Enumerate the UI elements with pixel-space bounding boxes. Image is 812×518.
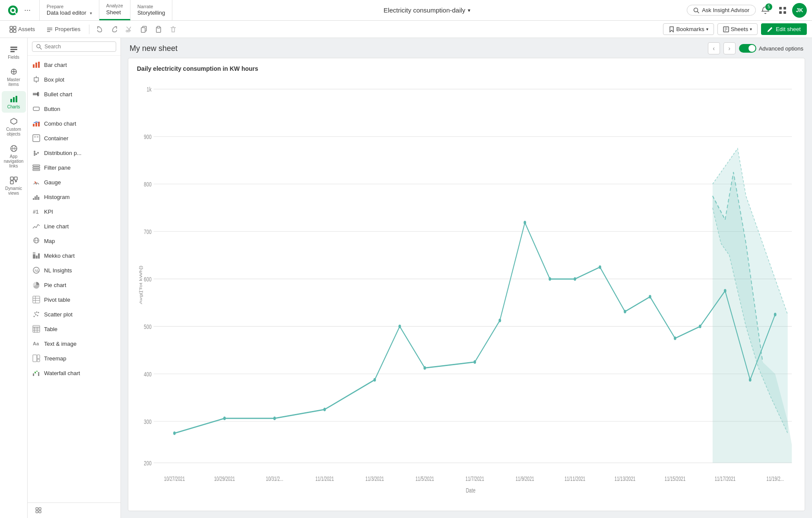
sheets-button[interactable]: Sheets ▾ bbox=[717, 23, 758, 35]
svg-text:NL: NL bbox=[35, 268, 40, 273]
svg-rect-81 bbox=[36, 256, 38, 259]
chart-item-container[interactable]: Container ⠿ bbox=[28, 131, 121, 145]
chart-item-bullet-chart[interactable]: Bullet chart ⠿ bbox=[28, 87, 121, 101]
sidebar-item-charts[interactable]: Charts bbox=[2, 91, 26, 113]
mekko-chart-label: Mekko chart bbox=[44, 253, 109, 259]
table-label: Table bbox=[44, 326, 109, 332]
bookmarks-label: Bookmarks bbox=[676, 26, 704, 32]
chart-item-filter-pane[interactable]: Filter pane ⠿ bbox=[28, 160, 121, 175]
top-navigation: ··· Prepare Data load editor ▾ Analyze S… bbox=[0, 0, 812, 21]
svg-point-157 bbox=[498, 319, 501, 322]
pie-chart-icon bbox=[32, 281, 41, 289]
toolbar-right: Bookmarks ▾ Sheets ▾ Edit sheet bbox=[663, 23, 807, 35]
chart-item-text-image[interactable]: Aa Text & image ⠿ bbox=[28, 336, 121, 351]
redo-button[interactable] bbox=[108, 24, 121, 35]
sidebar-item-custom-objects[interactable]: Custom objects bbox=[2, 114, 26, 140]
svg-point-71 bbox=[36, 183, 37, 185]
notifications-button[interactable]: 5 bbox=[758, 3, 773, 18]
chart-item-histogram[interactable]: Histogram ⠿ bbox=[28, 190, 121, 204]
svg-rect-46 bbox=[35, 63, 37, 68]
svg-rect-80 bbox=[33, 254, 35, 259]
cut-icon bbox=[126, 26, 133, 33]
svg-text:#1: #1 bbox=[33, 209, 39, 215]
bookmarks-button[interactable]: Bookmarks ▾ bbox=[663, 23, 714, 35]
chart-item-scatter-plot[interactable]: Scatter plot ⠿ bbox=[28, 307, 121, 322]
treemap-icon bbox=[32, 354, 41, 363]
svg-point-65 bbox=[35, 153, 37, 155]
analyze-nav-section[interactable]: Analyze Sheet bbox=[99, 0, 130, 20]
scatter-plot-label: Scatter plot bbox=[44, 311, 109, 318]
svg-point-64 bbox=[34, 151, 35, 152]
svg-point-158 bbox=[523, 221, 526, 224]
chart-item-mekko-chart[interactable]: Mekko chart ⠿ bbox=[28, 248, 121, 263]
delete-icon bbox=[170, 26, 177, 33]
svg-rect-69 bbox=[33, 169, 40, 171]
svg-rect-41 bbox=[14, 177, 17, 180]
prepare-sub-label: Prepare bbox=[47, 3, 92, 9]
svg-point-161 bbox=[599, 265, 601, 269]
prepare-dropdown-icon: ▾ bbox=[90, 10, 92, 16]
chart-item-nl-insights[interactable]: NL NL Insights ⠿ bbox=[28, 263, 121, 278]
sidebar-item-dynamic-views[interactable]: Dynamic views bbox=[2, 173, 26, 199]
combo-chart-label: Combo chart bbox=[44, 120, 109, 127]
svg-rect-60 bbox=[34, 136, 36, 138]
chart-item-pivot-table[interactable]: Pivot table ⠿ bbox=[28, 292, 121, 307]
svg-point-167 bbox=[749, 378, 752, 382]
advanced-options-toggle[interactable]: Advanced options bbox=[739, 44, 803, 53]
search-input[interactable] bbox=[44, 44, 112, 50]
chart-item-combo-chart[interactable]: Combo chart ⠿ bbox=[28, 116, 121, 131]
undo-button[interactable] bbox=[94, 24, 106, 35]
search-box[interactable] bbox=[32, 41, 116, 52]
narrate-nav-section[interactable]: Narrate Storytelling bbox=[130, 0, 172, 20]
distribution-plot-icon bbox=[32, 148, 41, 157]
svg-point-153 bbox=[374, 378, 376, 382]
nav-more-icon[interactable]: ··· bbox=[21, 6, 34, 15]
svg-text:11/13/2021: 11/13/2021 bbox=[615, 475, 636, 482]
box-plot-icon bbox=[32, 75, 41, 84]
chart-item-line-chart[interactable]: Line chart ⠿ bbox=[28, 219, 121, 234]
paste-button[interactable] bbox=[152, 24, 165, 35]
svg-point-164 bbox=[674, 337, 676, 340]
apps-button[interactable] bbox=[775, 3, 790, 18]
prepare-nav-section[interactable]: Prepare Data load editor ▾ bbox=[40, 0, 99, 20]
gauge-icon bbox=[32, 178, 41, 186]
insight-advisor-label: Ask Insight Advisor bbox=[702, 7, 749, 13]
edit-sheet-button[interactable]: Edit sheet bbox=[761, 23, 807, 35]
bottom-grid-icon[interactable] bbox=[33, 505, 45, 517]
chart-item-gauge[interactable]: Gauge ⠿ bbox=[28, 175, 121, 190]
assets-tab[interactable]: Assets bbox=[5, 24, 39, 35]
svg-rect-54 bbox=[38, 92, 38, 96]
chart-item-button[interactable]: Button ⠿ bbox=[28, 101, 121, 116]
chart-item-kpi[interactable]: #1 KPI ⠿ bbox=[28, 204, 121, 219]
chart-item-waterfall-chart[interactable]: Waterfall chart ⠿ bbox=[28, 366, 121, 380]
bookmarks-dropdown-icon: ▾ bbox=[706, 27, 708, 32]
svg-rect-12 bbox=[10, 30, 13, 32]
cut-button[interactable] bbox=[123, 24, 135, 35]
svg-text:11/15/2021: 11/15/2021 bbox=[665, 475, 686, 482]
bar-chart-icon bbox=[32, 60, 41, 69]
properties-tab[interactable]: Properties bbox=[42, 24, 85, 35]
sheet-header: My new sheet ‹ › Advanced options bbox=[121, 38, 812, 58]
chart-item-pie-chart[interactable]: Pie chart ⠿ bbox=[28, 278, 121, 292]
svg-point-66 bbox=[37, 152, 39, 154]
advanced-options-switch[interactable] bbox=[739, 44, 756, 53]
sheet-next-button[interactable]: › bbox=[723, 42, 736, 54]
chart-item-bar-chart[interactable]: Bar chart ⠿ bbox=[28, 57, 121, 72]
chart-item-table[interactable]: Table ⠿ bbox=[28, 322, 121, 336]
chart-item-treemap[interactable]: Treemap ⠿ bbox=[28, 351, 121, 366]
svg-point-2 bbox=[12, 9, 15, 12]
chart-item-map[interactable]: Map ⠿ bbox=[28, 234, 121, 248]
chart-item-distribution-plot[interactable]: Distribution p... ⠿ bbox=[28, 145, 121, 160]
copy-button[interactable] bbox=[138, 24, 150, 35]
sidebar-item-fields[interactable]: Fields bbox=[2, 41, 26, 63]
user-avatar[interactable]: JK bbox=[792, 3, 807, 18]
app-title-button[interactable]: Electricity consumption-daily ▾ bbox=[384, 6, 470, 14]
insight-advisor-button[interactable]: Ask Insight Advisor bbox=[687, 5, 756, 16]
delete-button[interactable] bbox=[167, 24, 179, 35]
sheet-prev-button[interactable]: ‹ bbox=[708, 42, 720, 54]
sidebar-item-master-items[interactable]: Master items bbox=[2, 64, 26, 90]
qlik-logo-area[interactable]: ··· bbox=[0, 0, 40, 20]
sheets-dropdown-icon: ▾ bbox=[750, 27, 752, 32]
sidebar-item-app-navigation[interactable]: App navigation links bbox=[2, 141, 26, 172]
chart-item-box-plot[interactable]: Box plot ⠿ bbox=[28, 72, 121, 87]
